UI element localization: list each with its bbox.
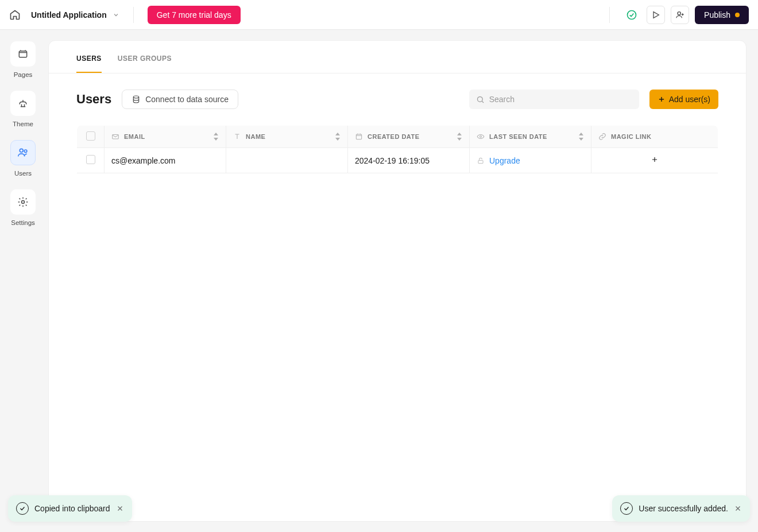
svg-point-10 bbox=[477, 96, 482, 102]
cell-magic[interactable] bbox=[591, 148, 718, 173]
chevron-down-icon bbox=[113, 11, 119, 18]
upgrade-link[interactable]: Upgrade bbox=[489, 156, 520, 165]
check-circle-icon bbox=[620, 502, 633, 515]
sort-icon[interactable] bbox=[457, 133, 462, 141]
lock-open-icon bbox=[477, 157, 485, 165]
toast-clipboard: Copied into clipboard bbox=[8, 495, 132, 522]
tabs: USERS USER GROUPS bbox=[49, 41, 746, 73]
col-label: MAGIC LINK bbox=[611, 133, 651, 140]
sidebar-label: Users bbox=[14, 170, 32, 177]
sort-icon[interactable] bbox=[335, 133, 341, 141]
home-icon[interactable] bbox=[9, 9, 21, 21]
close-icon[interactable] bbox=[734, 504, 742, 512]
svg-marker-15 bbox=[214, 133, 218, 135]
toast-message: User successfully added. bbox=[639, 504, 728, 513]
plus-icon bbox=[651, 156, 659, 165]
cell-lastseen: Upgrade bbox=[470, 148, 591, 173]
svg-marker-27 bbox=[579, 138, 583, 141]
table-empty-space bbox=[77, 173, 718, 195]
col-label: LAST SEEN DATE bbox=[489, 133, 547, 140]
col-select-all[interactable] bbox=[77, 126, 105, 148]
svg-marker-24 bbox=[457, 138, 462, 141]
link-icon bbox=[598, 133, 606, 141]
publish-button[interactable]: Publish bbox=[695, 6, 749, 24]
svg-marker-17 bbox=[335, 133, 340, 135]
page-title: Users bbox=[76, 92, 111, 107]
svg-marker-16 bbox=[214, 138, 218, 141]
cell-name bbox=[226, 148, 348, 173]
check-circle-icon bbox=[16, 502, 29, 515]
gear-icon bbox=[10, 189, 36, 215]
pages-icon bbox=[10, 41, 36, 67]
divider bbox=[609, 7, 610, 23]
add-user-button[interactable]: Add user(s) bbox=[649, 90, 718, 109]
sidebar-item-settings[interactable]: Settings bbox=[10, 189, 36, 226]
sidebar-label: Settings bbox=[11, 219, 35, 226]
svg-line-11 bbox=[482, 101, 484, 103]
col-label: NAME bbox=[246, 133, 265, 140]
sidebar-label: Theme bbox=[13, 121, 33, 127]
table-row[interactable]: cs@example.com 2024-02-19 16:19:05 Upgra… bbox=[77, 148, 718, 173]
divider bbox=[133, 7, 134, 23]
users-table: EMAIL NAME bbox=[76, 125, 718, 195]
checkbox[interactable] bbox=[86, 155, 95, 164]
svg-marker-23 bbox=[457, 133, 462, 135]
publish-label: Publish bbox=[704, 10, 730, 20]
app-title-dropdown[interactable]: Untitled Application bbox=[31, 10, 119, 20]
connect-datasource-button[interactable]: Connect to data source bbox=[122, 90, 238, 109]
search-box[interactable] bbox=[469, 90, 639, 109]
col-label: CREATED DATE bbox=[368, 133, 420, 140]
search-icon bbox=[476, 95, 485, 104]
svg-marker-1 bbox=[653, 11, 659, 18]
svg-point-7 bbox=[24, 150, 27, 153]
mail-icon bbox=[111, 133, 119, 141]
svg-rect-28 bbox=[478, 160, 483, 163]
checkbox[interactable] bbox=[86, 131, 95, 141]
tab-user-groups[interactable]: USER GROUPS bbox=[118, 55, 172, 73]
sidebar-label: Pages bbox=[14, 71, 33, 78]
svg-marker-18 bbox=[335, 138, 340, 141]
col-created[interactable]: CREATED DATE bbox=[348, 126, 470, 148]
theme-icon bbox=[10, 91, 36, 116]
svg-marker-26 bbox=[579, 133, 583, 135]
col-label: EMAIL bbox=[124, 133, 145, 140]
svg-point-9 bbox=[133, 96, 138, 98]
col-email[interactable]: EMAIL bbox=[105, 126, 226, 148]
sort-icon[interactable] bbox=[213, 133, 219, 141]
trial-button[interactable]: Get 7 more trial days bbox=[148, 6, 241, 24]
database-icon bbox=[132, 95, 141, 104]
eye-icon bbox=[477, 133, 485, 141]
main-panel: USERS USER GROUPS Users Connect to data … bbox=[48, 40, 747, 522]
toolbar: Users Connect to data source Add user(s) bbox=[49, 73, 746, 125]
cell-email: cs@example.com bbox=[105, 148, 226, 173]
tab-users[interactable]: USERS bbox=[76, 55, 102, 73]
text-icon bbox=[233, 133, 241, 141]
status-ok-icon[interactable] bbox=[622, 6, 641, 24]
svg-rect-5 bbox=[19, 51, 26, 57]
app-header: Untitled Application Get 7 more trial da… bbox=[0, 0, 758, 30]
col-magic: MAGIC LINK bbox=[591, 126, 718, 148]
header-actions: Publish bbox=[602, 6, 749, 24]
sidebar-item-theme[interactable]: Theme bbox=[10, 91, 36, 127]
users-table-wrap: EMAIL NAME bbox=[49, 125, 746, 195]
svg-point-6 bbox=[20, 149, 23, 152]
connect-label: Connect to data source bbox=[145, 95, 229, 104]
app-title: Untitled Application bbox=[31, 10, 107, 20]
search-input[interactable] bbox=[489, 95, 632, 104]
plus-icon bbox=[658, 95, 666, 103]
cell-created: 2024-02-19 16:19:05 bbox=[348, 148, 470, 173]
close-icon[interactable] bbox=[116, 504, 124, 512]
col-lastseen[interactable]: LAST SEEN DATE bbox=[470, 126, 591, 148]
sidebar-item-users[interactable]: Users bbox=[10, 140, 36, 177]
invite-user-button[interactable] bbox=[671, 6, 689, 24]
toast-user-added: User successfully added. bbox=[612, 495, 750, 522]
sidebar: Pages Theme Users Settings bbox=[0, 30, 46, 532]
sort-icon[interactable] bbox=[578, 133, 584, 141]
svg-point-2 bbox=[678, 11, 680, 14]
svg-point-8 bbox=[22, 201, 25, 204]
svg-rect-19 bbox=[356, 134, 361, 139]
preview-button[interactable] bbox=[647, 6, 665, 24]
sidebar-item-pages[interactable]: Pages bbox=[10, 41, 36, 78]
users-icon bbox=[10, 140, 36, 165]
col-name[interactable]: NAME bbox=[226, 126, 348, 148]
